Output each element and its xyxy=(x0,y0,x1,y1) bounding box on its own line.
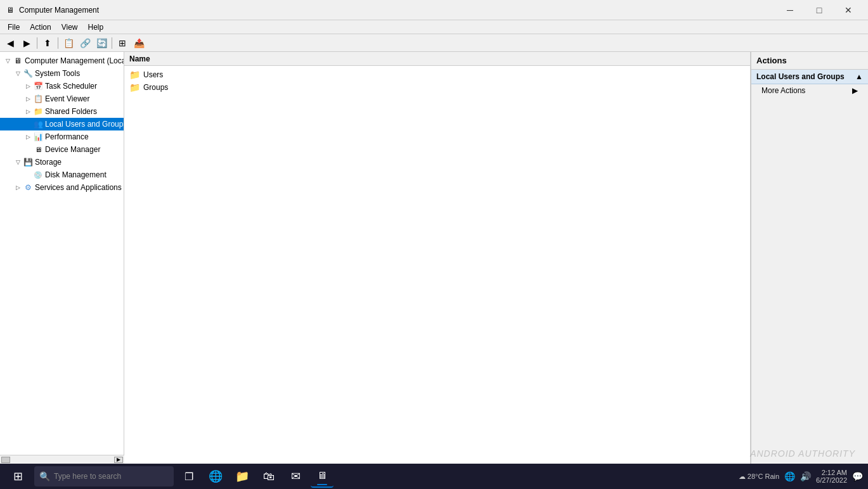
tree-label-system-tools: System Tools xyxy=(35,69,80,78)
taskbar: ⊞ 🔍 ❐ 🌐 📁 🛍 ✉ 🖥 ☁ 28°C Rain 🌐 🔊 2:12 AM … xyxy=(0,464,868,489)
groups-folder-icon: 📁 xyxy=(129,82,139,92)
actions-item-more-actions[interactable]: More Actions ▶ xyxy=(751,84,868,97)
actions-header: Actions xyxy=(751,52,868,70)
expand-local-users-groups[interactable] xyxy=(23,119,33,129)
tree-label-computer-management: Computer Management (Local xyxy=(25,56,124,65)
toolbar-separator-1 xyxy=(37,37,37,49)
menu-action[interactable]: Action xyxy=(25,22,56,33)
taskbar-network-icon: 🌐 xyxy=(784,471,795,481)
disk-management-icon: 💿 xyxy=(33,170,43,180)
taskbar-app-store[interactable]: 🛍 xyxy=(257,465,280,488)
new-window-button[interactable]: ⊞ xyxy=(115,36,130,50)
actions-section-label: Local Users and Groups xyxy=(756,72,845,81)
properties-button[interactable]: 🔗 xyxy=(77,36,93,50)
computer-management-icon: 🖥 xyxy=(13,56,23,66)
tree-item-shared-folders[interactable]: ▷ 📁 Shared Folders xyxy=(0,105,124,118)
export-button[interactable]: 📤 xyxy=(131,36,146,50)
name-column-header: Name xyxy=(129,54,150,63)
tree-item-disk-management[interactable]: 💿 Disk Management xyxy=(0,168,124,181)
menu-help[interactable]: Help xyxy=(83,22,109,33)
actions-section-collapse-icon: ▲ xyxy=(855,72,863,81)
taskbar-search-icon: 🔍 xyxy=(39,471,50,481)
tree-item-device-manager[interactable]: 🖥 Device Manager xyxy=(0,143,124,156)
close-button[interactable]: ✕ xyxy=(834,0,863,20)
taskbar-app-mail[interactable]: ✉ xyxy=(284,465,307,488)
watermark: ANDROID AUTHORITY xyxy=(750,448,855,459)
tree-label-shared-folders: Shared Folders xyxy=(45,107,97,116)
up-button[interactable]: ⬆ xyxy=(40,36,55,50)
scrollbar-right-btn[interactable]: ▶ xyxy=(114,457,123,463)
expand-system-tools[interactable]: ▽ xyxy=(13,68,23,79)
taskbar-app-edge[interactable]: 🌐 xyxy=(204,465,227,488)
start-button[interactable]: ⊞ xyxy=(5,466,30,486)
taskbar-date-display: 6/27/2022 xyxy=(816,476,847,484)
tree-item-services-applications[interactable]: ▷ ⚙ Services and Applications xyxy=(0,181,124,194)
menu-view[interactable]: View xyxy=(56,22,83,33)
tree-item-task-scheduler[interactable]: ▷ 📅 Task Scheduler xyxy=(0,80,124,92)
back-button[interactable]: ◀ xyxy=(3,36,18,50)
expand-computer-management[interactable]: ▽ xyxy=(3,56,13,66)
title-bar: 🖥 Computer Management ─ □ ✕ xyxy=(0,0,868,20)
center-content: 📁 Users 📁 Groups xyxy=(124,66,750,96)
forward-button[interactable]: ▶ xyxy=(19,36,34,50)
taskbar-search-box[interactable]: 🔍 xyxy=(34,466,174,486)
taskbar-system-tray: ☁ 28°C Rain 🌐 🔊 2:12 AM 6/27/2022 💬 xyxy=(739,469,863,484)
list-item-users[interactable]: 📁 Users xyxy=(127,68,748,81)
list-item-groups[interactable]: 📁 Groups xyxy=(127,81,748,94)
taskbar-search-input[interactable] xyxy=(54,472,155,481)
performance-icon: 📊 xyxy=(33,132,43,142)
taskbar-notification-icon[interactable]: 💬 xyxy=(852,471,863,481)
tree-item-event-viewer[interactable]: ▷ 📋 Event Viewer xyxy=(0,92,124,105)
taskbar-app-compmanage[interactable]: 🖥 xyxy=(311,465,334,488)
device-manager-icon: 🖥 xyxy=(33,144,43,155)
services-applications-icon: ⚙ xyxy=(23,182,33,193)
expand-event-viewer[interactable]: ▷ xyxy=(23,94,33,104)
app-icon: 🖥 xyxy=(5,5,15,15)
tree-label-performance: Performance xyxy=(45,132,89,141)
taskbar-app-taskview[interactable]: ❐ xyxy=(178,465,200,488)
expand-device-manager[interactable] xyxy=(23,144,33,155)
more-actions-arrow-icon: ▶ xyxy=(852,86,858,95)
window-controls: ─ □ ✕ xyxy=(775,0,863,20)
menu-file[interactable]: File xyxy=(3,22,25,33)
local-users-groups-icon: 👥 xyxy=(33,119,43,129)
task-scheduler-icon: 📅 xyxy=(33,81,43,91)
expand-services-applications[interactable]: ▷ xyxy=(13,182,23,193)
tree-item-performance[interactable]: ▷ 📊 Performance xyxy=(0,130,124,143)
tree-label-device-manager: Device Manager xyxy=(45,145,100,154)
refresh-button[interactable]: 🔄 xyxy=(94,36,109,50)
expand-storage[interactable]: ▽ xyxy=(13,157,23,167)
tree-item-local-users-groups[interactable]: 👥 Local Users and Groups xyxy=(0,118,124,130)
taskbar-volume-icon: 🔊 xyxy=(800,471,811,481)
taskbar-time-display: 2:12 AM xyxy=(816,469,847,476)
tree-label-services-applications: Services and Applications xyxy=(35,183,122,192)
tree-panel[interactable]: ▽ 🖥 Computer Management (Local ▽ 🔧 Syste… xyxy=(0,52,124,464)
toolbar-separator-3 xyxy=(112,37,112,49)
tree-item-computer-management[interactable]: ▽ 🖥 Computer Management (Local xyxy=(0,54,124,67)
users-folder-icon: 📁 xyxy=(129,70,139,80)
tree-label-disk-management: Disk Management xyxy=(45,170,107,179)
show-hide-button[interactable]: 📋 xyxy=(61,36,76,50)
expand-performance[interactable]: ▷ xyxy=(23,132,33,142)
minimize-button[interactable]: ─ xyxy=(775,0,805,20)
taskbar-clock[interactable]: 2:12 AM 6/27/2022 xyxy=(816,469,847,484)
maximize-button[interactable]: □ xyxy=(805,0,834,20)
main-window: ▽ 🖥 Computer Management (Local ▽ 🔧 Syste… xyxy=(0,52,868,464)
tree-label-task-scheduler: Task Scheduler xyxy=(45,82,97,91)
actions-section-local-users-groups[interactable]: Local Users and Groups ▲ xyxy=(751,70,868,84)
shared-folders-icon: 📁 xyxy=(33,106,43,117)
tree-item-system-tools[interactable]: ▽ 🔧 System Tools xyxy=(0,67,124,80)
tree-item-storage[interactable]: ▽ 💾 Storage xyxy=(0,156,124,168)
tree-scrollbar[interactable]: ▶ xyxy=(0,455,124,464)
center-panel: Name 📁 Users 📁 Groups xyxy=(124,52,751,464)
taskbar-app-explorer[interactable]: 📁 xyxy=(231,465,254,488)
taskbar-weather: ☁ 28°C Rain xyxy=(739,473,779,481)
tree-label-storage: Storage xyxy=(35,158,62,167)
actions-panel: Actions Local Users and Groups ▲ More Ac… xyxy=(751,52,868,464)
tree-label-event-viewer: Event Viewer xyxy=(45,94,89,103)
expand-task-scheduler[interactable]: ▷ xyxy=(23,81,33,91)
expand-shared-folders[interactable]: ▷ xyxy=(23,106,33,117)
list-item-users-label: Users xyxy=(143,70,163,79)
scrollbar-thumb[interactable] xyxy=(1,457,10,463)
expand-disk-management[interactable] xyxy=(23,170,33,180)
